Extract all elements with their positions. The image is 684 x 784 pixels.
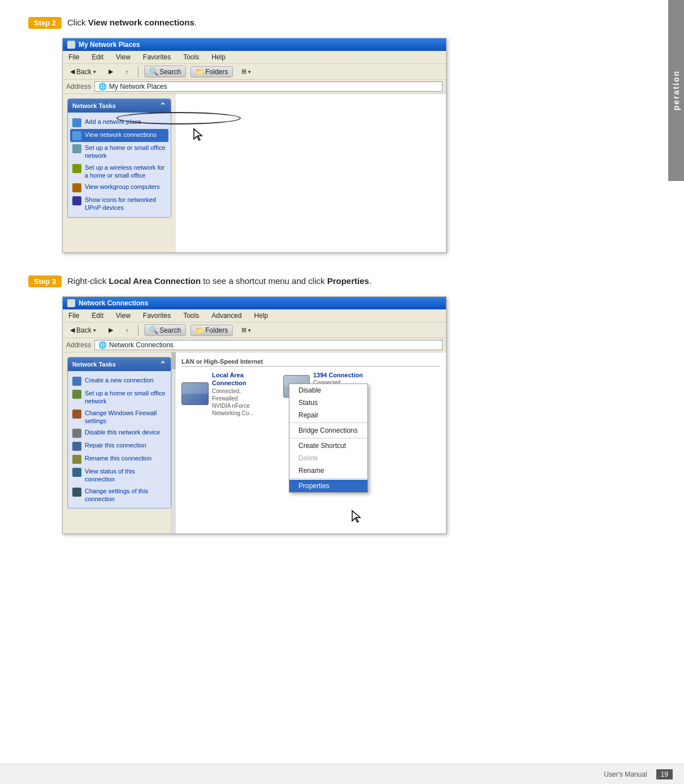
- context-menu: Disable Status Repair Bridge Connections…: [289, 384, 368, 493]
- task-repair-connection[interactable]: Repair this connection: [70, 440, 168, 453]
- s3-forward-button[interactable]: ▶: [105, 325, 117, 335]
- address-value[interactable]: 🌐 My Network Places: [94, 81, 443, 92]
- icon-create: [72, 377, 81, 386]
- window-icon: [67, 41, 75, 49]
- step2-address-bar: Address 🌐 My Network Places: [63, 80, 446, 94]
- step3-right-panel: LAN or High-Speed Internet: [176, 352, 446, 533]
- ctx-create-shortcut[interactable]: Create Shortcut: [289, 440, 367, 452]
- scrollbar-thumb[interactable]: [172, 352, 176, 369]
- s3-menu-favorites[interactable]: Favorites: [141, 311, 173, 321]
- s3-address-value[interactable]: 🌐 Network Connections: [94, 340, 443, 350]
- step3-left-panel: Network Tasks ⌃ Create a new connection …: [63, 352, 176, 533]
- step2-task-list: Add a network place View network connect…: [68, 113, 171, 217]
- step3-body: Network Tasks ⌃ Create a new connection …: [63, 352, 446, 533]
- icon-status: [72, 468, 81, 477]
- task-rename-connection[interactable]: Rename this connection: [70, 453, 168, 466]
- task-change-windows-firewall[interactable]: Change Windows Firewall settings: [70, 407, 168, 427]
- task-change-settings[interactable]: Change settings of this connection: [70, 485, 168, 505]
- folders-button[interactable]: 📁 Folders: [191, 66, 233, 77]
- menu-favorites[interactable]: Favorites: [141, 52, 173, 62]
- task-setup-wireless[interactable]: Set up a wireless network for a home or …: [70, 162, 168, 182]
- left-scrollbar[interactable]: [171, 352, 176, 533]
- step3-header: Step 3 Right-click Local Area Connection…: [28, 275, 639, 287]
- step3-network-tasks: Network Tasks ⌃ Create a new connection …: [67, 357, 171, 509]
- ctx-sep3: [289, 478, 367, 479]
- s3-menu-help[interactable]: Help: [252, 311, 271, 321]
- step3-cursor: [351, 510, 362, 525]
- step3-text: Right-click Local Area Connection to see…: [67, 276, 371, 286]
- icon-setup-h: [72, 390, 81, 399]
- task-view-status[interactable]: View status of this connection: [70, 466, 168, 485]
- ctx-rename[interactable]: Rename: [289, 464, 367, 477]
- task-icon-setup-home: [72, 144, 81, 153]
- step2-window: My Network Places File Edit View Favorit…: [62, 38, 447, 253]
- s3-address-label: Address: [66, 341, 91, 349]
- lac-status1: Connected, Firewalled: [212, 387, 266, 402]
- task-icon-add: [72, 118, 81, 127]
- s3-back-button[interactable]: ◀ Back ▾: [66, 325, 100, 336]
- step3-titlebar: Network Connections: [63, 297, 446, 309]
- step3-toolbar: ◀ Back ▾ ▶ ↑ 🔍 Search 📁 Folders ⊞ ▾: [63, 322, 446, 338]
- step2-window-title: My Network Places: [79, 41, 140, 49]
- footer-page-number: 19: [656, 769, 673, 779]
- task-icon-setup-wireless: [72, 164, 81, 173]
- s3-menu-view[interactable]: View: [114, 311, 133, 321]
- svg-marker-1: [352, 511, 360, 522]
- step2-titlebar: My Network Places: [63, 38, 446, 51]
- ctx-disable[interactable]: Disable: [289, 384, 367, 397]
- s3-views-button[interactable]: ⊞ ▾: [237, 325, 255, 335]
- s3-menu-tools[interactable]: Tools: [181, 311, 201, 321]
- s3-folders-button[interactable]: 📁 Folders: [191, 325, 233, 336]
- step2-badge: Step 2: [28, 17, 62, 29]
- task-workgroup[interactable]: View workgroup computers: [70, 181, 168, 194]
- s3-menu-file[interactable]: File: [66, 311, 81, 321]
- ctx-sep2: [289, 438, 367, 438]
- task-view-connections[interactable]: View network connections: [70, 129, 168, 142]
- ctx-bridge[interactable]: Bridge Connections: [289, 424, 367, 437]
- step3-task-list: Create a new connection Set up a home or…: [68, 371, 171, 508]
- menu-help[interactable]: Help: [209, 52, 228, 62]
- back-button[interactable]: ◀ Back ▾: [66, 66, 100, 77]
- ctx-status[interactable]: Status: [289, 397, 367, 409]
- step3-window-title: Network Connections: [79, 299, 148, 307]
- step3-address-bar: Address 🌐 Network Connections: [63, 338, 446, 352]
- ctx-properties[interactable]: Properties: [289, 480, 367, 492]
- s3-up-button[interactable]: ↑: [122, 325, 133, 335]
- search-button[interactable]: 🔍 Search: [144, 66, 186, 77]
- step3-badge: Step 3: [28, 275, 62, 287]
- ctx-delete: Delete: [289, 452, 367, 464]
- task-create-connection[interactable]: Create a new connection: [70, 374, 168, 387]
- menu-file[interactable]: File: [66, 52, 81, 62]
- icon-rename: [72, 455, 81, 464]
- menu-tools[interactable]: Tools: [181, 52, 201, 62]
- s3-menu-edit[interactable]: Edit: [89, 311, 106, 321]
- s3-search-button[interactable]: 🔍 Search: [144, 324, 186, 336]
- task-icon-workgroup: [72, 183, 81, 192]
- task-upnp[interactable]: Show icons for networked UPnP devices: [70, 194, 168, 214]
- step2-text: Click View network connections.: [67, 18, 197, 27]
- views-button[interactable]: ⊞ ▾: [237, 66, 255, 77]
- svg-marker-0: [194, 129, 202, 140]
- step2-oval-highlight: [116, 112, 241, 124]
- s3-menu-advanced[interactable]: Advanced: [209, 311, 244, 321]
- step2-header: Step 2 Click View network connections.: [28, 17, 639, 29]
- side-tab: peration: [668, 0, 684, 181]
- adapter-name: 1394 Connection: [313, 371, 368, 379]
- task-setup-home[interactable]: Set up a home or small office network: [70, 142, 168, 162]
- menu-edit[interactable]: Edit: [89, 52, 106, 62]
- footer: User's Manual 19: [0, 764, 684, 784]
- step2-toolbar: ◀ Back ▾ ▶ ↑ 🔍 Search 📁 Folders ⊞ ▾: [63, 64, 446, 80]
- step3-window: Network Connections File Edit View Favor…: [62, 296, 447, 534]
- icon-settings: [72, 488, 81, 497]
- step2-menubar: File Edit View Favorites Tools Help: [63, 51, 446, 64]
- forward-button[interactable]: ▶: [105, 66, 117, 77]
- task-icon-upnp: [72, 196, 81, 205]
- menu-view[interactable]: View: [114, 52, 133, 62]
- local-connection-icon: [181, 382, 209, 405]
- task-setup-home-office[interactable]: Set up a home or small office network: [70, 387, 168, 407]
- toolbar-separator: [138, 66, 138, 77]
- task-disable-network[interactable]: Disable this network device: [70, 427, 168, 440]
- ctx-repair[interactable]: Repair: [289, 409, 367, 421]
- lan-section-header: LAN or High-Speed Internet: [181, 358, 440, 367]
- up-button[interactable]: ↑: [122, 67, 133, 77]
